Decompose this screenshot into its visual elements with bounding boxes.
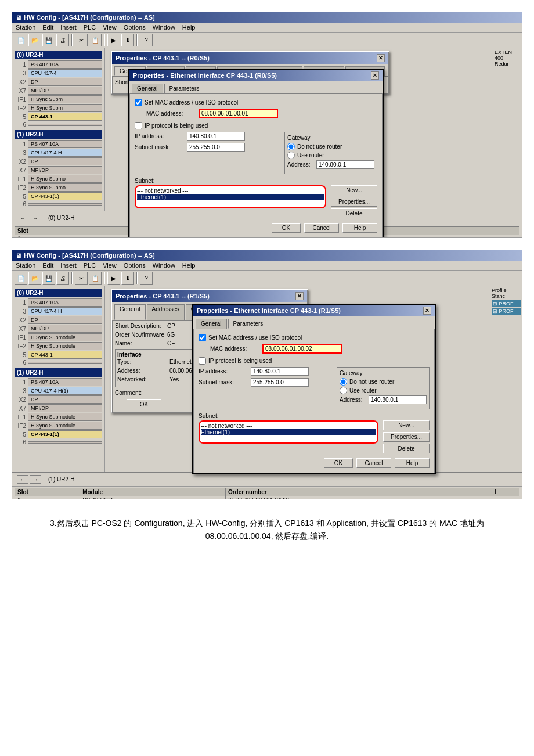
open-btn-2[interactable]: 📂 (28, 272, 41, 285)
open-btn[interactable]: 📂 (28, 34, 41, 46)
print-btn-2[interactable]: 🖨 (56, 272, 69, 285)
rack1-row-1: 1 PS 407 10A (15, 60, 102, 69)
save-btn-2[interactable]: 💾 (42, 272, 55, 285)
use-router-radio-2[interactable] (340, 387, 347, 394)
subnet-mask-row-2: Subnet mask: (199, 378, 331, 387)
ok-btn-2[interactable]: OK (324, 458, 353, 468)
menu-edit[interactable]: Edit (42, 24, 53, 31)
copy-btn[interactable]: 📋 (89, 34, 102, 46)
menu-view[interactable]: View (103, 24, 117, 31)
ip-protocol-checkbox-2[interactable] (199, 357, 206, 365)
menu2-edit[interactable]: Edit (42, 262, 53, 269)
menu-bar-2: Station Edit Insert PLC View Options Win… (12, 261, 522, 271)
menu-help[interactable]: Help (182, 24, 196, 31)
subnet-item-ethernet-2[interactable]: Ethernet(1) (201, 429, 376, 435)
help-icon-btn-2[interactable]: ? (140, 272, 153, 285)
delete-subnet-btn-1[interactable]: Delete (331, 208, 377, 218)
menu2-plc[interactable]: PLC (84, 262, 96, 269)
new-btn-2[interactable]: 📄 (15, 272, 27, 285)
delete-subnet-btn-2[interactable]: Delete (383, 444, 430, 453)
download-btn-2[interactable]: ⬇ (121, 272, 134, 285)
menu-insert[interactable]: Insert (60, 24, 77, 31)
redur-label: Redur (495, 61, 521, 67)
nav-arrows-2: ← → (17, 475, 41, 484)
prev-arrow-1[interactable]: ← (17, 214, 28, 222)
set-mac-checkbox-2[interactable] (199, 334, 206, 341)
cancel-btn-2[interactable]: Cancel (356, 458, 391, 468)
cancel-btn-1[interactable]: Cancel (304, 223, 339, 233)
mac-input-1[interactable] (199, 109, 278, 118)
subnet-mask-input-1[interactable] (187, 143, 245, 152)
ethernet-close-2[interactable]: ✕ (423, 307, 431, 315)
menu-station[interactable]: Station (16, 24, 35, 31)
menu-window[interactable]: Window (153, 24, 175, 31)
menu-plc[interactable]: PLC (84, 24, 96, 31)
cut-btn[interactable]: ✂ (75, 34, 88, 46)
properties-subnet-btn-2[interactable]: Properties... (383, 432, 430, 442)
subnet-item-not-networked-2[interactable]: --- not networked --- (201, 423, 376, 429)
menu2-insert[interactable]: Insert (60, 262, 77, 269)
cut-btn-2[interactable]: ✂ (75, 272, 88, 285)
ethernet-title-text-1: Properties - Ethernet interface CP 443-1… (133, 72, 277, 79)
menu2-station[interactable]: Station (16, 262, 35, 269)
rack1-row-6-2: 6 (15, 359, 102, 366)
rack1-row-3-2: 3 CPU 417-4 H (15, 307, 102, 315)
ethernet-close-1[interactable]: ✕ (371, 71, 379, 80)
print-btn[interactable]: 🖨 (56, 34, 69, 46)
help-btn-2[interactable]: Help (395, 458, 430, 468)
nav-label-1: (0) UR2-H (48, 215, 75, 221)
download-btn[interactable]: ⬇ (121, 34, 134, 46)
400-label: 400 (495, 55, 521, 61)
help-icon-btn[interactable]: ? (140, 34, 153, 46)
menu2-help[interactable]: Help (182, 262, 196, 269)
prof-item-1[interactable]: ⊞ PROF (492, 300, 521, 307)
set-mac-checkbox[interactable] (135, 99, 142, 106)
eth-tab-general-1[interactable]: General (132, 84, 163, 93)
menu2-window[interactable]: Window (153, 262, 175, 269)
gw-addr-input-2[interactable] (369, 395, 427, 404)
subnet-list-1[interactable]: --- not networked --- Ethernet(1) (135, 185, 326, 208)
menu2-options[interactable]: Options (124, 262, 146, 269)
menu-options[interactable]: Options (124, 24, 146, 31)
tab-addresses-2[interactable]: Addresses (147, 304, 185, 320)
next-arrow-2[interactable]: → (30, 475, 41, 484)
subnet-item-not-networked-1[interactable]: --- not networked --- (137, 188, 324, 194)
next-arrow-1[interactable]: → (30, 214, 41, 222)
ok-btn-1[interactable]: OK (272, 223, 301, 233)
profile-tab[interactable]: Profile Stanc (492, 287, 521, 299)
no-router-radio-2[interactable] (340, 378, 347, 386)
eth-tab-general-2[interactable]: General (196, 319, 227, 329)
new-btn[interactable]: 📄 (15, 34, 27, 46)
copy-btn-2[interactable]: 📋 (89, 272, 102, 285)
subnet-mask-input-2[interactable] (251, 378, 309, 387)
menu2-view[interactable]: View (103, 262, 117, 269)
ip-protocol-checkbox[interactable] (135, 122, 142, 129)
gw-addr-input-1[interactable] (316, 160, 374, 169)
new-subnet-btn-2[interactable]: New... (383, 420, 430, 430)
ip-addr-input-2[interactable] (251, 367, 309, 376)
help-btn-1[interactable]: Help (342, 223, 377, 233)
eth-tab-params-1[interactable]: Parameters (164, 84, 205, 93)
app-icon: 🖥 (16, 15, 21, 21)
ok-btn-props-2[interactable]: OK (127, 399, 161, 409)
eth-tab-params-2[interactable]: Parameters (228, 319, 269, 329)
compile-btn[interactable]: ▶ (107, 34, 120, 46)
rack2-row-x7: X7 MPI/DP (15, 166, 102, 174)
prev-arrow-2[interactable]: ← (17, 475, 28, 484)
use-router-radio-1[interactable] (287, 152, 295, 159)
ip-addr-input-1[interactable] (187, 132, 245, 141)
rack2-row-3-2: 3 CPU 417-4 H(1) (15, 387, 102, 395)
compile-btn-2[interactable]: ▶ (107, 272, 120, 285)
no-router-radio-1[interactable] (287, 143, 295, 150)
rack1-row-3: 3 CPU 417-4 (15, 69, 102, 77)
properties-subnet-btn-1[interactable]: Properties... (331, 197, 377, 207)
save-btn[interactable]: 💾 (42, 34, 55, 46)
dialog-close-2[interactable]: ✕ (295, 292, 304, 300)
prof-item-2[interactable]: ⊞ PROF (492, 308, 521, 315)
subnet-list-2[interactable]: --- not networked --- Ethernet(1) (199, 420, 378, 444)
dialog-close-1[interactable]: ✕ (377, 54, 385, 62)
new-subnet-btn-1[interactable]: New... (331, 185, 377, 195)
mac-input-2[interactable] (262, 344, 342, 354)
subnet-item-ethernet-1[interactable]: Ethernet(1) (137, 194, 324, 200)
tab-general-2[interactable]: General (114, 304, 146, 320)
